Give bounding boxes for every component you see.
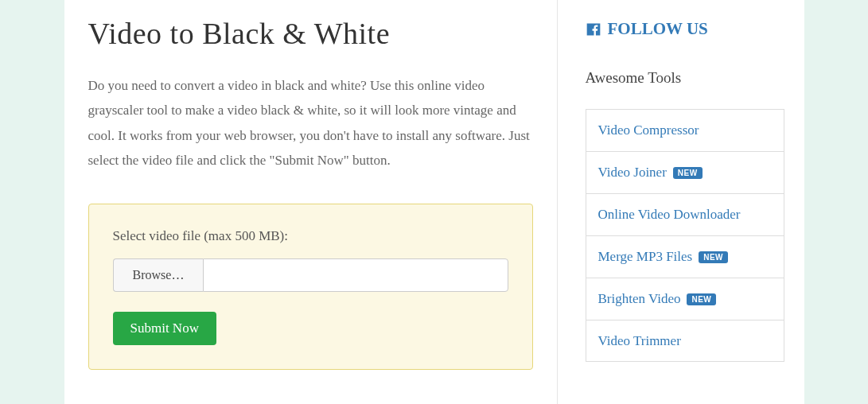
tool-item-label: Merge MP3 Files: [598, 249, 693, 265]
sidebar: FOLLOW US Awesome Tools Video Compressor…: [558, 0, 804, 404]
page-title: Video to Black & White: [88, 16, 533, 51]
facebook-icon: [586, 21, 601, 37]
tool-item-label: Brighten Video: [598, 291, 681, 307]
tool-item[interactable]: Video Compressor: [586, 110, 784, 152]
tool-item-label: Video Joiner: [598, 165, 667, 181]
tool-item-label: Online Video Downloader: [598, 207, 741, 223]
submit-button[interactable]: Submit Now: [113, 312, 216, 345]
browse-button[interactable]: Browse…: [113, 258, 204, 292]
follow-us-label: FOLLOW US: [608, 19, 708, 39]
awesome-tools-title: Awesome Tools: [586, 69, 784, 87]
tools-list[interactable]: Video CompressorVideo JoinerNEWOnline Vi…: [586, 109, 784, 362]
tool-item[interactable]: Online Video Downloader: [586, 194, 784, 236]
tool-item[interactable]: Video Trimmer: [586, 320, 784, 362]
new-badge: NEW: [687, 293, 716, 305]
main-content: Video to Black & White Do you need to co…: [64, 0, 558, 404]
upload-panel: Select video file (max 500 MB): Browse… …: [88, 204, 533, 370]
new-badge: NEW: [673, 167, 703, 179]
tool-item[interactable]: Merge MP3 FilesNEW: [586, 236, 784, 278]
new-badge: NEW: [699, 251, 728, 263]
upload-label: Select video file (max 500 MB):: [113, 228, 508, 244]
file-name-field[interactable]: [203, 258, 508, 292]
follow-us-link[interactable]: FOLLOW US: [586, 19, 784, 39]
tool-item[interactable]: Video JoinerNEW: [586, 152, 784, 194]
tool-item-label: Video Compressor: [598, 122, 699, 138]
file-input-row: Browse…: [113, 258, 508, 292]
tool-item-label: Video Trimmer: [598, 333, 681, 349]
page-description: Do you need to convert a video in black …: [88, 73, 533, 173]
tool-item[interactable]: Brighten VideoNEW: [586, 278, 784, 320]
